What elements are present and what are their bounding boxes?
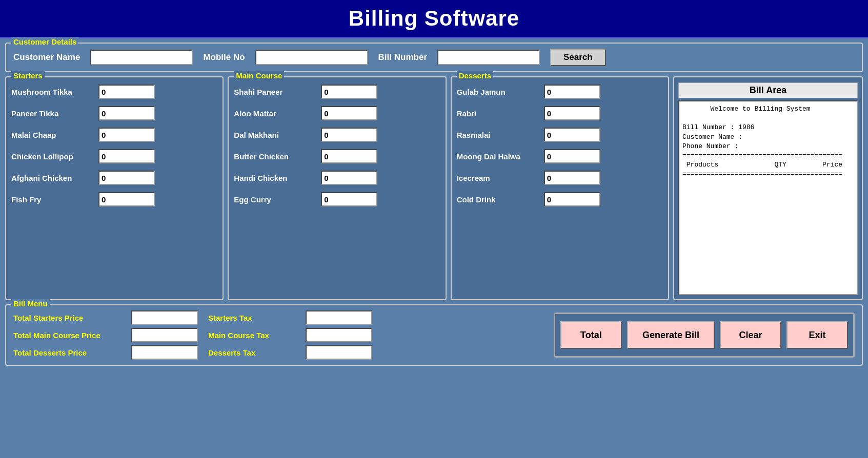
starters-section: Starters Mushroom Tikka Paneer Tikka Mal… xyxy=(5,76,224,300)
main-course-items: Shahi Paneer Aloo Mattar Dal Makhani But… xyxy=(234,85,440,206)
main-course-item-input-4[interactable] xyxy=(321,171,377,185)
main-course-section: Main Course Shahi Paneer Aloo Mattar Dal… xyxy=(228,76,446,300)
starters-item-input-2[interactable] xyxy=(98,128,155,142)
bill-menu-label: Bill Menu xyxy=(11,299,50,308)
starters-item-row: Chicken Lollipop xyxy=(11,149,217,163)
customer-details-section: Customer Details Customer Name Mobile No… xyxy=(5,43,863,72)
main-course-item-row: Aloo Mattar xyxy=(234,106,440,120)
desserts-item-label-2: Rasmalai xyxy=(457,131,539,139)
desserts-item-input-4[interactable] xyxy=(544,171,600,185)
desserts-item-label-1: Rabri xyxy=(457,109,539,118)
generate-bill-button[interactable]: Generate Bill xyxy=(627,321,715,349)
starters-item-label-2: Malai Chaap xyxy=(11,131,93,139)
desserts-item-label-0: Gulab Jamun xyxy=(457,88,539,96)
starters-tax-label: Starters Tax xyxy=(208,314,300,322)
desserts-tax-row: Desserts Tax xyxy=(208,345,372,360)
customer-name-input[interactable] xyxy=(90,50,193,65)
starters-tax-row: Starters Tax xyxy=(208,310,372,325)
starters-tax-input[interactable] xyxy=(306,310,372,325)
total-starters-row: Total Starters Price xyxy=(13,310,198,325)
mobile-no-input[interactable] xyxy=(255,50,368,65)
starters-item-input-1[interactable] xyxy=(98,106,155,120)
main-course-item-row: Handi Chicken xyxy=(234,171,440,185)
desserts-item-label-3: Moong Dal Halwa xyxy=(457,152,539,161)
search-button[interactable]: Search xyxy=(550,49,606,66)
bill-menu-section: Bill Menu Total Starters Price Total Mai… xyxy=(5,304,863,366)
starters-item-label-3: Chicken Lollipop xyxy=(11,152,93,161)
clear-button[interactable]: Clear xyxy=(720,321,781,349)
bill-number-label: Bill Number xyxy=(378,52,427,63)
bill-area-title: Bill Area xyxy=(678,82,858,98)
desserts-item-row: Icecream xyxy=(457,171,663,185)
starters-item-label-4: Afghani Chicken xyxy=(11,174,93,182)
desserts-item-input-5[interactable] xyxy=(544,192,600,206)
main-course-item-row: Egg Curry xyxy=(234,192,440,206)
main-course-item-row: Butter Chicken xyxy=(234,149,440,163)
main-course-item-label-4: Handi Chicken xyxy=(234,174,316,182)
main-course-item-input-2[interactable] xyxy=(321,128,377,142)
desserts-tax-input[interactable] xyxy=(306,345,372,360)
starters-item-input-3[interactable] xyxy=(98,149,155,163)
total-main-course-label: Total Main Course Price xyxy=(13,331,126,340)
desserts-item-row: Cold Drink xyxy=(457,192,663,206)
main-course-item-label-3: Butter Chicken xyxy=(234,152,316,161)
total-starters-label: Total Starters Price xyxy=(13,314,126,322)
main-course-item-input-0[interactable] xyxy=(321,85,377,99)
total-main-course-input[interactable] xyxy=(131,328,198,342)
customer-name-label: Customer Name xyxy=(13,52,80,63)
bill-area-section: Bill Area Welcome to Billing System Bill… xyxy=(673,76,863,300)
customer-details-label: Customer Details xyxy=(11,37,78,46)
starters-label: Starters xyxy=(11,71,45,80)
main-course-item-label-2: Dal Makhani xyxy=(234,131,316,139)
desserts-item-input-3[interactable] xyxy=(544,149,600,163)
starters-item-input-4[interactable] xyxy=(98,171,155,185)
main-course-tax-input[interactable] xyxy=(306,328,372,342)
total-desserts-label: Total Desserts Price xyxy=(13,348,126,357)
desserts-item-input-0[interactable] xyxy=(544,85,600,99)
total-main-course-row: Total Main Course Price xyxy=(13,328,198,342)
desserts-item-row: Gulab Jamun xyxy=(457,85,663,99)
total-desserts-input[interactable] xyxy=(131,345,198,360)
starters-items: Mushroom Tikka Paneer Tikka Malai Chaap … xyxy=(11,85,217,206)
desserts-section: Desserts Gulab Jamun Rabri Rasmalai Moon… xyxy=(451,76,669,300)
starters-item-label-1: Paneer Tikka xyxy=(11,109,93,118)
bill-number-input[interactable] xyxy=(437,50,540,65)
desserts-item-row: Rabri xyxy=(457,106,663,120)
main-course-label: Main Course xyxy=(234,71,284,80)
starters-item-input-0[interactable] xyxy=(98,85,155,99)
action-buttons: Total Generate Bill Clear Exit xyxy=(554,313,855,358)
main-course-item-input-1[interactable] xyxy=(321,106,377,120)
total-button[interactable]: Total xyxy=(560,321,622,349)
main-course-item-row: Shahi Paneer xyxy=(234,85,440,99)
exit-button[interactable]: Exit xyxy=(786,321,848,349)
main-course-item-label-0: Shahi Paneer xyxy=(234,88,316,96)
starters-item-input-5[interactable] xyxy=(98,192,155,206)
main-course-tax-label: Main Course Tax xyxy=(208,331,300,340)
starters-item-label-0: Mushroom Tikka xyxy=(11,88,93,96)
desserts-items: Gulab Jamun Rabri Rasmalai Moong Dal Hal… xyxy=(457,85,663,206)
total-desserts-row: Total Desserts Price xyxy=(13,345,198,360)
mobile-no-label: Mobile No xyxy=(203,52,245,63)
bill-text-area[interactable]: Welcome to Billing System Bill Number : … xyxy=(678,100,858,295)
total-starters-input[interactable] xyxy=(131,310,198,325)
starters-item-label-5: Fish Fry xyxy=(11,195,93,204)
starters-item-row: Fish Fry xyxy=(11,192,217,206)
main-course-item-label-5: Egg Curry xyxy=(234,195,316,204)
desserts-item-label-5: Cold Drink xyxy=(457,195,539,204)
starters-item-row: Paneer Tikka xyxy=(11,106,217,120)
main-course-item-row: Dal Makhani xyxy=(234,128,440,142)
starters-item-row: Malai Chaap xyxy=(11,128,217,142)
starters-item-row: Mushroom Tikka xyxy=(11,85,217,99)
main-course-item-input-5[interactable] xyxy=(321,192,377,206)
app-title: Billing Software xyxy=(0,6,868,31)
main-course-item-label-1: Aloo Mattar xyxy=(234,109,316,118)
desserts-tax-label: Desserts Tax xyxy=(208,348,300,357)
title-bar: Billing Software xyxy=(0,0,868,38)
main-course-item-input-3[interactable] xyxy=(321,149,377,163)
desserts-item-input-1[interactable] xyxy=(544,106,600,120)
desserts-item-label-4: Icecream xyxy=(457,174,539,182)
desserts-item-input-2[interactable] xyxy=(544,128,600,142)
desserts-item-row: Moong Dal Halwa xyxy=(457,149,663,163)
desserts-item-row: Rasmalai xyxy=(457,128,663,142)
desserts-label: Desserts xyxy=(457,71,493,80)
